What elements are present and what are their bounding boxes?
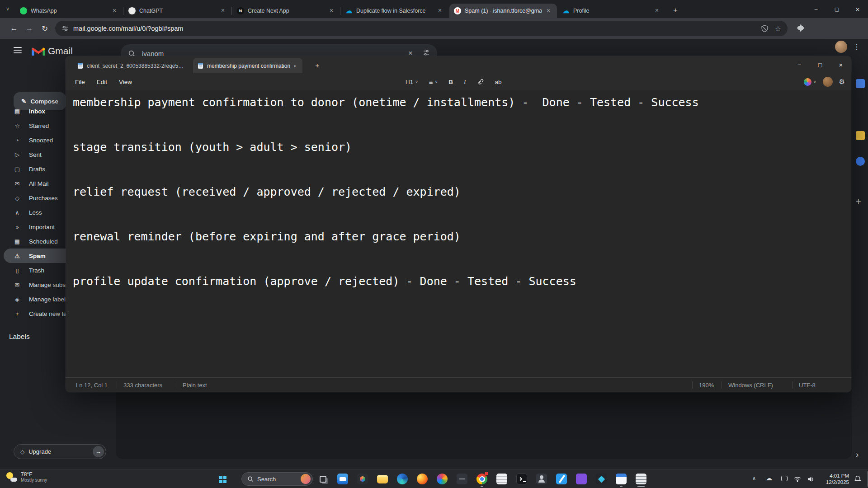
editor-minimize-button[interactable]: – bbox=[789, 56, 810, 73]
weather-widget[interactable]: 78°F Mostly sunny bbox=[5, 471, 47, 483]
calendar-panel-icon[interactable] bbox=[856, 79, 865, 88]
back-button[interactable]: ← bbox=[6, 21, 22, 36]
notepad-app-icon[interactable] bbox=[494, 471, 510, 487]
settings-gear-icon[interactable]: ⚙ bbox=[839, 78, 845, 86]
task-view-icon[interactable] bbox=[315, 471, 331, 487]
firefox-icon[interactable] bbox=[414, 471, 430, 487]
tab-close-icon[interactable]: × bbox=[327, 7, 335, 15]
heading-style-button[interactable]: H1∨ bbox=[406, 79, 418, 85]
browser-tab-profile[interactable]: ☁ Profile × bbox=[558, 4, 665, 18]
new-document-tab-button[interactable]: + bbox=[312, 60, 323, 70]
window-minimize-button[interactable]: – bbox=[806, 0, 826, 18]
upgrade-label: Upgrade bbox=[28, 448, 51, 455]
reload-button[interactable]: ↻ bbox=[37, 21, 52, 36]
unsaved-dot-icon: ● bbox=[294, 64, 296, 67]
chrome-icon[interactable] bbox=[474, 471, 490, 487]
sidebar-label: Purchases bbox=[29, 195, 58, 202]
browser-tab-salesforce[interactable]: ☁ Duplicate flow in Salesforce × bbox=[341, 4, 448, 18]
bookmark-star-icon[interactable]: ☆ bbox=[775, 24, 781, 33]
window-close-button[interactable]: × bbox=[847, 0, 868, 18]
tasks-panel-icon[interactable] bbox=[856, 157, 865, 166]
italic-button[interactable]: I bbox=[464, 78, 466, 85]
character-count: 333 characters bbox=[117, 382, 176, 389]
strikethrough-button[interactable]: ab bbox=[495, 79, 501, 85]
document-icon bbox=[198, 62, 203, 69]
keep-panel-icon[interactable] bbox=[856, 131, 865, 140]
upgrade-arrow-icon[interactable]: → bbox=[93, 446, 104, 457]
browser-tab-create-next-app[interactable]: N Create Next App × bbox=[232, 4, 340, 18]
volume-icon[interactable] bbox=[807, 476, 814, 484]
address-bar[interactable]: mail.google.com/mail/u/0/?ogbl#spam ☆ bbox=[55, 21, 788, 36]
subscriptions-icon: ✉ bbox=[13, 282, 22, 288]
adblock-shield-icon[interactable] bbox=[761, 25, 769, 33]
sidebar-label: Scheduled bbox=[29, 238, 58, 245]
start-button[interactable] bbox=[216, 471, 232, 487]
vscode-icon[interactable] bbox=[553, 471, 570, 487]
app-icon-dark[interactable] bbox=[454, 471, 470, 487]
app-icon-purple[interactable] bbox=[573, 471, 590, 487]
tag-icon: ◇ bbox=[13, 195, 22, 202]
search-highlight-icon bbox=[301, 474, 311, 484]
editor-tab-membership[interactable]: membership payment confirmation ● bbox=[193, 58, 302, 73]
notification-bell-icon[interactable] bbox=[854, 475, 861, 484]
tray-icon[interactable] bbox=[781, 476, 788, 481]
link-button[interactable] bbox=[476, 78, 484, 85]
file-explorer-icon[interactable] bbox=[374, 471, 391, 487]
tab-title: membership payment confirmation bbox=[207, 63, 290, 69]
tray-chevron-up-icon[interactable]: ∧ bbox=[752, 475, 756, 481]
browser-tab-chatgpt[interactable]: ChatGPT × bbox=[124, 4, 231, 18]
contacts-app-icon[interactable] bbox=[533, 471, 550, 487]
taskbar-search-box[interactable]: Search bbox=[241, 472, 313, 486]
extensions-icon[interactable] bbox=[793, 21, 808, 36]
tab-close-icon[interactable]: × bbox=[110, 7, 118, 15]
upgrade-button[interactable]: ◇ Upgrade → bbox=[14, 444, 106, 459]
onedrive-cloud-icon[interactable]: ☁ bbox=[766, 474, 772, 482]
gem-icon: ◇ bbox=[20, 449, 24, 455]
copilot-button[interactable]: ∨ bbox=[804, 78, 816, 86]
list-style-button[interactable]: ≡∨ bbox=[429, 78, 438, 86]
menu-file[interactable]: File bbox=[69, 79, 91, 85]
edge-icon[interactable] bbox=[394, 471, 410, 487]
app-icon-sphere[interactable] bbox=[434, 471, 450, 487]
browser-tab-gmail-spam[interactable]: M Spam (1) - ishann.tforce@gmai × bbox=[449, 4, 557, 18]
tab-title: Duplicate flow in Salesforce bbox=[356, 8, 433, 14]
tab-close-icon[interactable]: × bbox=[219, 7, 227, 15]
new-tab-button[interactable]: + bbox=[669, 4, 682, 17]
sidebar-label: Drafts bbox=[29, 166, 45, 173]
site-settings-icon[interactable] bbox=[61, 25, 69, 32]
app-window-blue-icon[interactable] bbox=[613, 471, 629, 487]
gmail-logo-text: Gmail bbox=[48, 46, 73, 56]
browser-profile-avatar[interactable] bbox=[835, 41, 847, 53]
editor-maximize-button[interactable]: ▢ bbox=[810, 56, 830, 73]
editor-tab-client-secret[interactable]: client_secret_2_60053885332-2reqe52rribc bbox=[73, 58, 191, 73]
mail-app-icon[interactable] bbox=[335, 471, 351, 487]
sidebar-label: Less bbox=[29, 209, 42, 216]
terminal-icon[interactable] bbox=[514, 471, 530, 487]
active-editor-app-icon[interactable] bbox=[633, 471, 649, 487]
weather-sun-icon bbox=[5, 471, 17, 483]
browser-tab-whatsapp[interactable]: WhatsApp × bbox=[15, 4, 123, 18]
hamburger-menu-icon[interactable] bbox=[14, 45, 22, 55]
collapse-side-panel-icon[interactable]: › bbox=[856, 450, 859, 460]
forward-button[interactable]: → bbox=[22, 21, 37, 36]
editor-close-button[interactable]: × bbox=[830, 56, 851, 73]
tab-close-icon[interactable]: × bbox=[544, 7, 552, 15]
tab-title: client_secret_2_60053885332-2reqe52rribc bbox=[87, 63, 186, 69]
menu-edit[interactable]: Edit bbox=[91, 79, 113, 85]
chatgpt-favicon bbox=[128, 7, 136, 14]
taskbar-clock[interactable]: 4:01 PM 12/2/2025 bbox=[816, 473, 849, 485]
menu-view[interactable]: View bbox=[113, 79, 138, 85]
tab-close-icon[interactable]: × bbox=[436, 7, 444, 15]
app-icon-diamond[interactable] bbox=[593, 471, 609, 487]
bold-button[interactable]: B bbox=[448, 79, 453, 85]
photos-app-icon[interactable] bbox=[354, 471, 371, 487]
add-panel-app-icon[interactable]: + bbox=[856, 197, 861, 207]
browser-menu-kebab-icon[interactable]: ⋮ bbox=[850, 40, 863, 53]
window-maximize-button[interactable]: ▢ bbox=[826, 0, 847, 18]
tab-close-icon[interactable]: × bbox=[653, 7, 661, 15]
wifi-icon[interactable] bbox=[794, 476, 801, 484]
editor-text-area[interactable]: membership payment confirmation to donor… bbox=[66, 90, 851, 377]
weather-desc: Mostly sunny bbox=[21, 478, 47, 483]
account-avatar[interactable] bbox=[823, 77, 833, 87]
tab-search-icon[interactable]: ∨ bbox=[6, 6, 9, 12]
